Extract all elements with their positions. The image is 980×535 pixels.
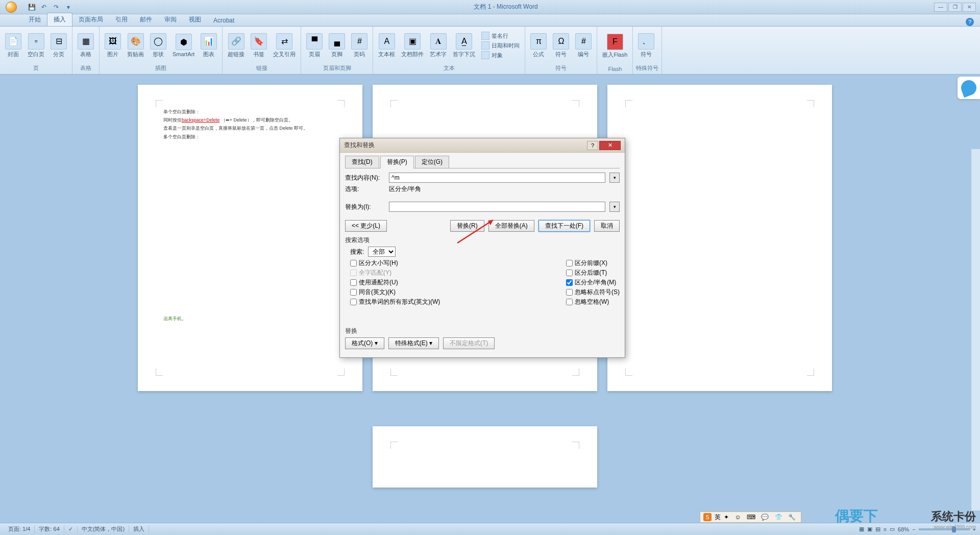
tab-review[interactable]: 审阅 xyxy=(158,13,183,26)
special-symbol-button[interactable]: 、符号 xyxy=(636,32,656,59)
symbol-button[interactable]: Ω符号 xyxy=(551,32,571,59)
wordart-button[interactable]: 𝐀艺术字 xyxy=(428,32,449,59)
less-button[interactable]: << 更少(L) xyxy=(345,220,387,232)
zoom-out-icon[interactable]: − xyxy=(912,526,915,532)
dialog-tab-find[interactable]: 查找(D) xyxy=(345,156,379,168)
dropcap-button[interactable]: A̲首字下沉 xyxy=(451,32,477,59)
redo-icon[interactable]: ↷ xyxy=(51,2,61,12)
object-button[interactable]: 对象 xyxy=(479,51,522,60)
quickparts-button[interactable]: ▣文档部件 xyxy=(399,32,426,59)
dialog-tab-replace[interactable]: 替换(P) xyxy=(380,156,414,168)
replace-input[interactable] xyxy=(389,202,605,212)
find-next-button[interactable]: 查找下一处(F) xyxy=(538,220,590,232)
ime-toolbar[interactable]: S 英 ✦ ☺ ⌨ 💬 👕 🔧 xyxy=(700,512,801,523)
crossref-button[interactable]: ⇄交叉引用 xyxy=(271,32,298,59)
search-option-check[interactable]: 区分后缀(T) xyxy=(566,269,620,277)
status-mode[interactable]: 插入 xyxy=(129,525,149,533)
tab-page-layout[interactable]: 页面布局 xyxy=(72,13,109,26)
signature-button[interactable]: 签名行 xyxy=(479,31,522,40)
dialog-close-button[interactable]: ✕ xyxy=(599,141,621,150)
group-header-footer: ▀页眉 ▄页脚 #页码 页眉和页脚 xyxy=(301,27,373,74)
view-fullscreen-icon[interactable]: ▣ xyxy=(867,526,872,532)
tab-acrobat[interactable]: Acrobat xyxy=(207,15,240,26)
page-number-button[interactable]: #页码 xyxy=(349,32,370,59)
search-option-check[interactable]: 同音(英文)(K) xyxy=(350,288,440,297)
find-input[interactable] xyxy=(389,173,605,183)
replace-button[interactable]: 替换(R) xyxy=(450,220,484,232)
tab-mailings[interactable]: 邮件 xyxy=(134,13,158,26)
search-option-check[interactable]: 使用通配符(U) xyxy=(350,278,440,287)
shapes-button[interactable]: ◯形状 xyxy=(148,32,168,59)
search-option-check[interactable]: 区分前缀(X) xyxy=(566,259,620,268)
status-lang[interactable]: 中文(简体，中国) xyxy=(78,525,129,533)
number-button[interactable]: #编号 xyxy=(573,32,594,59)
minimize-button[interactable]: — xyxy=(934,3,947,12)
dialog-tabs: 查找(D) 替换(P) 定位(G) xyxy=(345,156,620,168)
search-option-check[interactable]: 查找单词的所有形式(英文)(W) xyxy=(350,298,440,306)
view-outline-icon[interactable]: ≡ xyxy=(884,526,887,532)
ime-tools[interactable]: ✦ ☺ ⌨ 💬 👕 🔧 xyxy=(724,514,798,521)
search-option-check[interactable]: 忽略标点符号(S) xyxy=(566,288,620,297)
search-option-check[interactable]: 忽略空格(W) xyxy=(566,298,620,306)
blank-page-button[interactable]: ▫空白页 xyxy=(26,32,46,59)
cover-page-button[interactable]: 📄封面 xyxy=(3,32,23,59)
page-3[interactable] xyxy=(607,85,832,391)
ribbon-tabs: 开始 插入 页面布局 引用 邮件 审阅 视图 Acrobat ? xyxy=(0,14,980,27)
flash-button[interactable]: F嵌入Flash xyxy=(600,33,629,60)
undo-icon[interactable]: ↶ xyxy=(39,2,49,12)
dialog-tab-goto[interactable]: 定位(G) xyxy=(415,156,449,168)
no-format-button[interactable]: 不限定格式(T) xyxy=(443,337,495,349)
view-web-icon[interactable]: ▤ xyxy=(875,526,880,532)
status-spellcheck-icon[interactable]: ✓ xyxy=(64,526,78,532)
tab-references[interactable]: 引用 xyxy=(109,13,134,26)
page-break-button[interactable]: ⊟分页 xyxy=(48,32,69,59)
status-page[interactable]: 页面: 1/4 xyxy=(4,525,35,533)
view-print-icon[interactable]: ▦ xyxy=(859,526,864,532)
page-1[interactable]: 单个空白页删除： 同时按住backspace+Delete （⬅+ Delete… xyxy=(138,85,362,391)
replace-dropdown-icon[interactable]: ▾ xyxy=(609,202,620,212)
clipart-button[interactable]: 🎨剪贴画 xyxy=(125,32,146,59)
format-button[interactable]: 格式(O) ▾ xyxy=(345,337,384,349)
close-button[interactable]: ✕ xyxy=(963,3,976,12)
sogou-icon: S xyxy=(703,513,712,521)
dialog-help-button[interactable]: ? xyxy=(587,141,598,150)
dialog-titlebar[interactable]: 查找和替换 ? ✕ xyxy=(340,138,625,153)
bookmark-button[interactable]: 🔖书签 xyxy=(249,32,269,59)
tab-home[interactable]: 开始 xyxy=(22,13,47,26)
chart-button[interactable]: 📊图表 xyxy=(199,32,219,59)
cancel-button[interactable]: 取消 xyxy=(594,220,620,232)
tab-insert[interactable]: 插入 xyxy=(47,13,72,26)
save-icon[interactable]: 💾 xyxy=(27,2,37,12)
help-icon[interactable]: ? xyxy=(966,18,974,26)
titlebar: 💾 ↶ ↷ ▾ 文档 1 - Microsoft Word — ❐ ✕ xyxy=(0,0,980,14)
table-button[interactable]: ▦表格 xyxy=(76,32,96,59)
qat-dropdown-icon[interactable]: ▾ xyxy=(63,2,74,12)
equation-button[interactable]: π公式 xyxy=(528,32,549,59)
datetime-button[interactable]: 日期和时间 xyxy=(479,41,522,50)
special-format-button[interactable]: 特殊格式(E) ▾ xyxy=(388,337,439,349)
zoom-value[interactable]: 68% xyxy=(898,526,909,532)
search-direction-select[interactable]: 全部 xyxy=(368,247,396,257)
page-4[interactable] xyxy=(373,426,597,488)
find-dropdown-icon[interactable]: ▾ xyxy=(609,173,620,183)
footer-button[interactable]: ▄页脚 xyxy=(327,32,347,59)
view-draft-icon[interactable]: ▭ xyxy=(890,526,895,532)
textbox-button[interactable]: A文本框 xyxy=(376,32,397,59)
search-option-check[interactable]: 区分全/半角(M) xyxy=(566,278,620,287)
vertical-scrollbar[interactable] xyxy=(971,149,980,510)
group-special: 、符号 特殊符号 xyxy=(633,27,662,74)
search-option-check[interactable]: 区分大小写(H) xyxy=(350,259,440,268)
group-flash: F嵌入Flash Flash xyxy=(597,27,633,74)
hyperlink-button[interactable]: 🔗超链接 xyxy=(226,32,247,59)
maximize-button[interactable]: ❐ xyxy=(948,3,962,12)
replace-all-button[interactable]: 全部替换(A) xyxy=(488,220,534,232)
thunder-sidebar-icon[interactable] xyxy=(958,77,980,99)
status-words[interactable]: 字数: 64 xyxy=(35,525,64,533)
office-button[interactable] xyxy=(0,0,22,14)
smartart-button[interactable]: ⬢SmartArt xyxy=(170,33,197,58)
picture-button[interactable]: 🖼图片 xyxy=(103,32,123,59)
header-button[interactable]: ▀页眉 xyxy=(304,32,325,59)
tab-view[interactable]: 视图 xyxy=(183,13,207,26)
window-title: 文档 1 - Microsoft Word xyxy=(78,3,934,11)
ime-lang[interactable]: 英 xyxy=(715,513,721,522)
